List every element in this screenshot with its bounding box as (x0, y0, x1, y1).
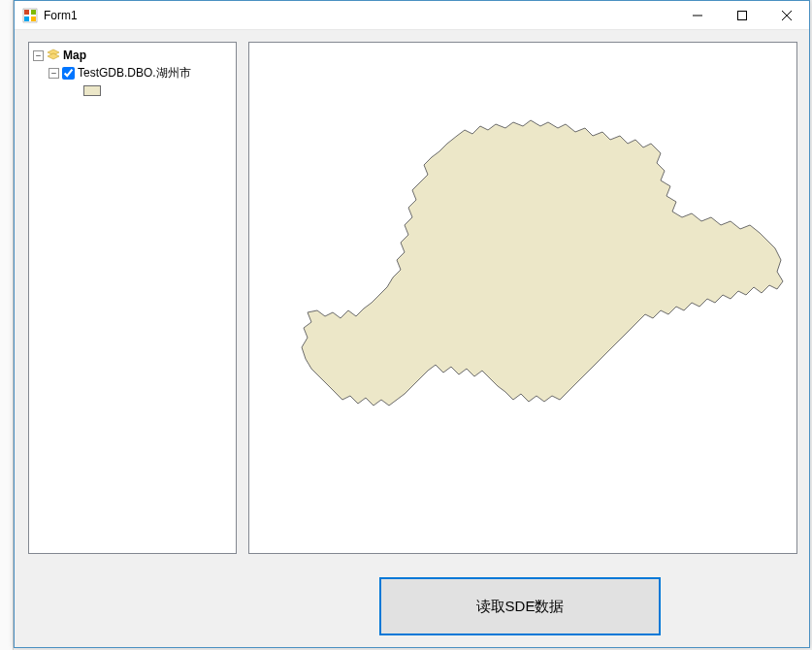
tree-root-row[interactable]: − Map (33, 47, 232, 64)
svg-rect-1 (24, 10, 29, 15)
main-window: Form1 − (14, 0, 810, 648)
svg-rect-2 (31, 10, 36, 15)
svg-marker-10 (48, 53, 59, 59)
window-title: Form1 (44, 9, 78, 22)
background-window-edge (0, 0, 14, 650)
layers-icon (47, 49, 60, 62)
app-icon (22, 8, 38, 23)
map-polygon-huzhou (257, 97, 789, 446)
map-view[interactable] (248, 42, 797, 554)
client-area: − Map − TestGDB.DBO.湖州市 (15, 30, 809, 647)
read-sde-data-button[interactable]: 读取SDE数据 (379, 577, 661, 635)
collapse-icon[interactable]: − (33, 50, 44, 61)
close-button[interactable] (764, 1, 809, 30)
toc-panel: − Map − TestGDB.DBO.湖州市 (28, 42, 237, 554)
layer-visibility-checkbox[interactable] (62, 67, 75, 80)
svg-rect-4 (31, 16, 36, 21)
collapse-icon[interactable]: − (49, 68, 59, 79)
svg-rect-3 (24, 16, 29, 21)
tree-layer-row[interactable]: − TestGDB.DBO.湖州市 (33, 64, 232, 81)
tree-root-label: Map (63, 49, 86, 62)
titlebar[interactable]: Form1 (15, 1, 809, 30)
legend-swatch (83, 85, 101, 96)
svg-rect-6 (738, 11, 747, 19)
layer-name-label: TestGDB.DBO.湖州市 (78, 65, 191, 81)
legend-row (33, 81, 232, 99)
maximize-button[interactable] (720, 1, 764, 30)
minimize-button[interactable] (675, 1, 720, 30)
layer-tree: − Map − TestGDB.DBO.湖州市 (29, 43, 236, 103)
